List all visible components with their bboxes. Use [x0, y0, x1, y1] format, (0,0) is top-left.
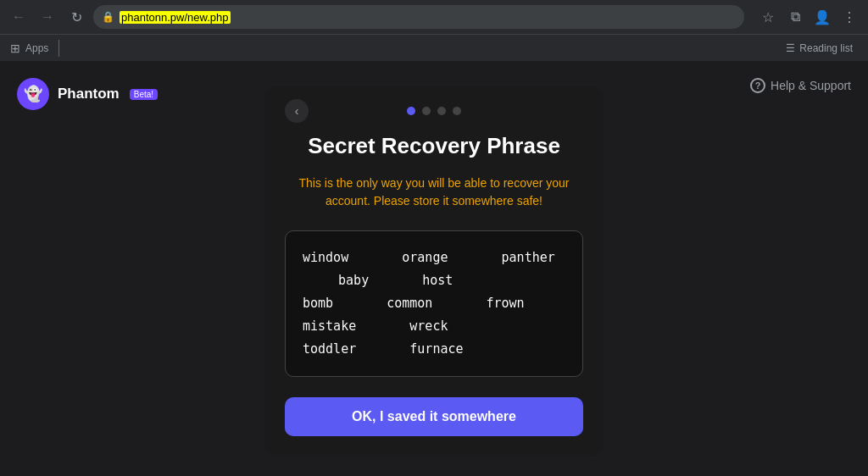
address-bar-container[interactable]: 🔒 phantonn.pw/new.php	[93, 5, 744, 29]
address-highlighted: phantonn.pw/new.php	[120, 11, 231, 24]
phantom-brand-name: Phantom	[58, 86, 120, 102]
dot-4	[453, 107, 461, 115]
extensions-button[interactable]: ⧉	[783, 5, 807, 29]
warning-text: This is the only way you will be able to…	[285, 174, 583, 210]
refresh-button[interactable]: ↻	[64, 5, 88, 29]
browser-toolbar: ← → ↻ 🔒 phantonn.pw/new.php ☆ ⧉ 👤 ⋮	[0, 0, 868, 34]
dot-1	[407, 107, 415, 115]
menu-button[interactable]: ⋮	[837, 5, 861, 29]
ok-saved-button[interactable]: OK, I saved it somewhere	[285, 397, 583, 436]
forward-button[interactable]: →	[36, 5, 59, 29]
dot-3	[437, 107, 446, 115]
lock-icon: 🔒	[102, 11, 114, 23]
back-button[interactable]: ←	[7, 5, 31, 29]
address-text: phantonn.pw/new.php	[120, 11, 231, 24]
apps-icon: ⊞	[10, 42, 20, 55]
browser-chrome: ← → ↻ 🔒 phantonn.pw/new.php ☆ ⧉ 👤 ⋮ ⊞ Ap…	[0, 0, 868, 61]
phantom-card: ‹ Secret Recovery Phrase This is the onl…	[264, 86, 604, 457]
help-support-button[interactable]: ? Help & Support	[750, 78, 851, 93]
apps-shortcut[interactable]: ⊞ Apps	[10, 42, 48, 55]
phantom-header: 👻 Phantom Beta!	[17, 78, 158, 110]
phantom-logo: 👻	[17, 78, 49, 110]
help-support-label: Help & Support	[771, 79, 851, 92]
seed-phrase-text: window orange panther baby host bomb com…	[303, 246, 565, 361]
toolbar-right: ☆ ⧉ 👤 ⋮	[756, 5, 861, 29]
phantom-logo-symbol: 👻	[24, 85, 42, 103]
reading-list-icon: ☰	[786, 42, 795, 54]
bookmarks-bar: ⊞ Apps ☰ Reading list	[0, 34, 868, 61]
phantom-badge: Beta!	[130, 89, 158, 100]
reading-list-button[interactable]: ☰ Reading list	[781, 41, 858, 56]
apps-label: Apps	[25, 42, 48, 54]
reading-list-label: Reading list	[799, 42, 853, 54]
back-nav-button[interactable]: ‹	[285, 99, 309, 123]
dot-2	[422, 107, 431, 115]
bookmarks-separator	[58, 40, 59, 57]
page-content: 👻 Phantom Beta! ? Help & Support ‹ Secre…	[0, 61, 868, 476]
dots-navigation: ‹	[285, 107, 583, 115]
bookmark-button[interactable]: ☆	[756, 5, 780, 29]
seed-phrase-box: window orange panther baby host bomb com…	[285, 230, 583, 377]
card-title: Secret Recovery Phrase	[285, 132, 583, 161]
profile-button[interactable]: 👤	[810, 5, 834, 29]
help-icon: ?	[750, 78, 765, 93]
